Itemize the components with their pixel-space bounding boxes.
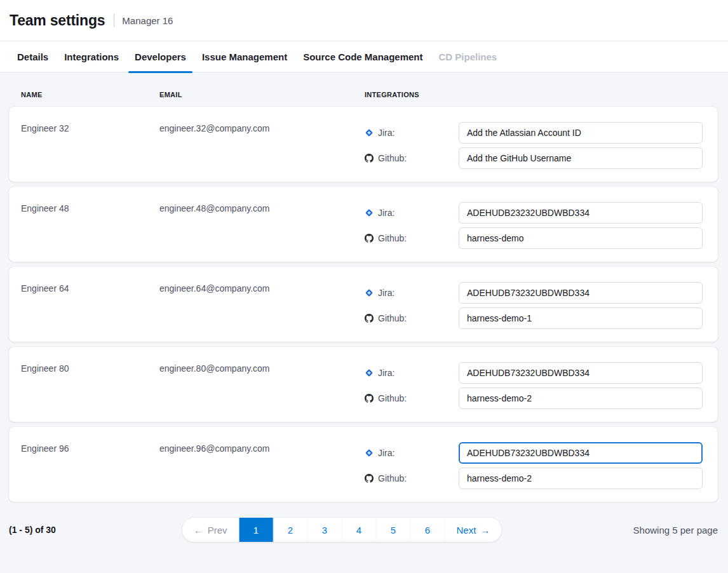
jira-label: Jira:: [378, 128, 394, 138]
jira-account-input[interactable]: [459, 202, 703, 224]
developer-email: engineer.64@company.com: [159, 267, 365, 342]
jira-account-input[interactable]: [459, 122, 703, 144]
prev-page-button[interactable]: ← Prev: [182, 518, 239, 542]
jira-icon: [365, 448, 374, 457]
github-username-input[interactable]: [459, 307, 703, 329]
github-label: Github:: [378, 393, 407, 403]
tab-source-code-management[interactable]: Source Code Management: [297, 41, 429, 72]
developer-email: engineer.32@company.com: [159, 107, 365, 182]
jira-label: Jira:: [378, 288, 394, 298]
github-icon: [365, 234, 374, 243]
arrow-right-icon: →: [480, 525, 490, 536]
title-separator: [114, 14, 114, 27]
developer-name: Engineer 80: [21, 347, 159, 422]
page-subtitle: Manager 16: [122, 15, 173, 26]
page-header: Team settings Manager 16: [0, 0, 728, 41]
pagination-bar: (1 - 5) of 30 ← Prev 1 2 3 4 5 6 Next → …: [0, 518, 728, 542]
jira-label: Jira:: [378, 368, 394, 378]
github-username-input[interactable]: [459, 468, 703, 489]
github-label: Github:: [378, 233, 407, 243]
next-page-button[interactable]: Next →: [445, 518, 502, 542]
per-page-text: Showing 5 per page: [633, 525, 718, 536]
table-header-row: NAME EMAIL INTEGRATIONS: [0, 72, 728, 107]
github-label: Github:: [378, 153, 407, 163]
github-label: Github:: [378, 473, 407, 483]
developer-row: Engineer 96 engineer.96@company.com Jira…: [9, 427, 718, 502]
column-header-integrations: INTEGRATIONS: [365, 91, 713, 98]
tab-developers[interactable]: Developers: [128, 41, 192, 72]
jira-icon: [365, 208, 374, 217]
developers-panel: NAME EMAIL INTEGRATIONS Engineer 32 engi…: [0, 72, 728, 573]
developer-row: Engineer 48 engineer.48@company.com Jira…: [9, 187, 718, 262]
jira-icon: [365, 368, 374, 377]
github-icon: [365, 474, 374, 483]
github-icon: [365, 314, 374, 323]
github-label: Github:: [378, 313, 407, 323]
github-icon: [365, 154, 374, 163]
developer-row: Engineer 64 engineer.64@company.com Jira…: [9, 267, 718, 342]
jira-account-input[interactable]: [459, 362, 703, 384]
github-username-input[interactable]: [459, 388, 703, 409]
column-header-name: NAME: [21, 91, 159, 98]
page-button-4[interactable]: 4: [342, 518, 377, 542]
arrow-left-icon: ←: [194, 525, 203, 536]
jira-account-input[interactable]: [459, 282, 703, 304]
developer-email: engineer.80@company.com: [159, 347, 365, 422]
developer-email: engineer.96@company.com: [159, 427, 365, 502]
page-button-6[interactable]: 6: [411, 518, 445, 542]
tab-integrations[interactable]: Integrations: [58, 41, 125, 72]
column-header-email: EMAIL: [159, 91, 365, 98]
developer-row: Engineer 80 engineer.80@company.com Jira…: [9, 347, 718, 422]
page-title: Team settings: [10, 12, 105, 29]
jira-label: Jira:: [378, 448, 394, 458]
developer-name: Engineer 96: [21, 427, 159, 502]
developer-row: Engineer 32 engineer.32@company.com Jira…: [9, 107, 718, 182]
developer-name: Engineer 48: [21, 187, 159, 262]
page-button-1[interactable]: 1: [239, 518, 274, 542]
github-username-input[interactable]: [459, 227, 703, 249]
tab-cd-pipelines: CD Pipelines: [433, 41, 504, 72]
page-button-3[interactable]: 3: [308, 518, 342, 542]
github-icon: [365, 394, 374, 403]
github-username-input[interactable]: [459, 147, 703, 169]
tab-details[interactable]: Details: [11, 41, 55, 72]
page-button-5[interactable]: 5: [377, 518, 411, 542]
tab-issue-management[interactable]: Issue Management: [196, 41, 293, 72]
active-tab-underline: [128, 71, 192, 73]
tab-bar: Details Integrations Developers Issue Ma…: [0, 41, 728, 72]
developer-email: engineer.48@company.com: [159, 187, 365, 262]
jira-label: Jira:: [378, 208, 394, 218]
developer-name: Engineer 64: [21, 267, 159, 342]
jira-icon: [365, 128, 374, 137]
developer-name: Engineer 32: [21, 107, 159, 182]
jira-account-input-focused[interactable]: [459, 442, 703, 464]
pager-group: ← Prev 1 2 3 4 5 6 Next →: [182, 518, 502, 542]
page-button-2[interactable]: 2: [274, 518, 308, 542]
jira-icon: [365, 288, 374, 297]
pagination-range-text: (1 - 5) of 30: [9, 525, 56, 535]
